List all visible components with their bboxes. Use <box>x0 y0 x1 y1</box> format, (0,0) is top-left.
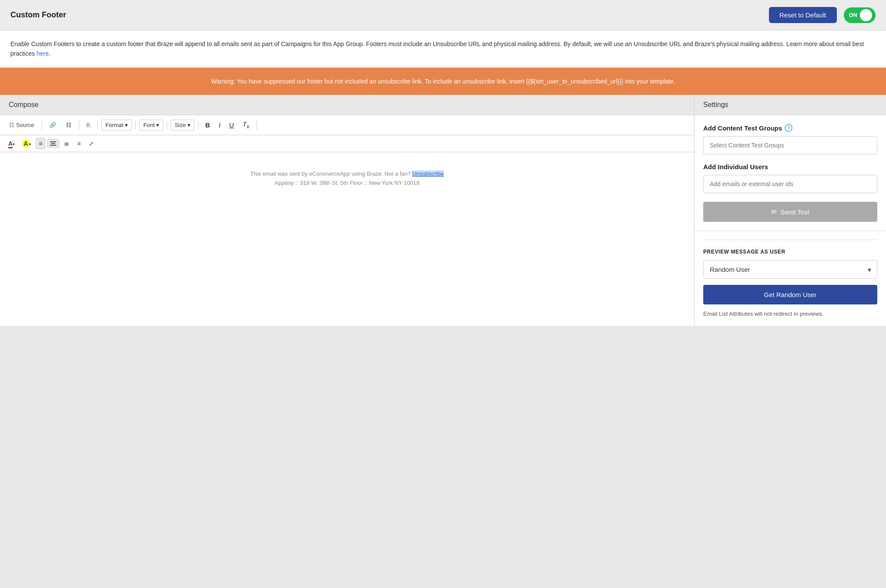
settings-divider <box>695 231 886 231</box>
unlink-button[interactable]: ⛓ <box>62 120 75 130</box>
bold-button[interactable]: B <box>202 120 214 130</box>
format-select[interactable]: Format ▾ <box>101 120 132 130</box>
toolbar-separator-2 <box>79 121 79 130</box>
font-chevron: ▾ <box>156 122 159 128</box>
preview-label: PREVIEW MESSAGE AS USER <box>703 249 877 255</box>
settings-panel: Settings Add Content Test Groups ? Add I… <box>695 95 886 326</box>
settings-content: Add Content Test Groups ? Add Individual… <box>695 115 886 326</box>
link-button[interactable]: 🔗 <box>45 120 60 130</box>
size-chevron: ▾ <box>188 122 191 128</box>
toolbar-separator-1 <box>41 121 42 130</box>
font-color-icon: A <box>8 140 13 148</box>
content-test-groups-section: Add Content Test Groups ? <box>703 124 877 154</box>
send-test-button[interactable]: ✉ Send Test <box>703 202 877 222</box>
preview-user-select[interactable]: Random User Specific User <box>703 260 877 279</box>
description-suffix: . <box>49 50 50 57</box>
toggle-label: ON <box>849 12 858 18</box>
send-test-label: Send Test <box>780 208 809 216</box>
toggle-circle <box>860 9 872 21</box>
strikethrough-button[interactable]: Tx <box>239 119 253 131</box>
format-chevron: ▾ <box>125 122 128 128</box>
image-icon: ⎘ <box>87 122 90 128</box>
editor-email-line2: Appboy :: 318 W. 39th St, 5th Floor :: N… <box>275 179 420 188</box>
fullscreen-icon: ⤢ <box>89 140 94 147</box>
toolbar-separator-4 <box>135 121 136 130</box>
align-right-icon: ≣ <box>64 140 69 147</box>
preview-note: Email List Attributes will not redirect … <box>703 311 877 317</box>
highlight-color-button[interactable]: A▾ <box>20 138 34 149</box>
custom-footer-toggle[interactable]: ON <box>844 7 876 23</box>
unsubscribe-link[interactable]: Unsubscribe <box>412 170 443 177</box>
header-actions: Reset to Default ON <box>769 7 876 23</box>
individual-users-section: Add Individual Users <box>703 163 877 193</box>
warning-banner: Warning: You have suppressed our footer … <box>0 68 886 95</box>
fullscreen-button[interactable]: ⤢ <box>86 138 97 149</box>
size-label: Size <box>175 122 185 128</box>
get-random-user-button[interactable]: Get Random User <box>703 285 877 304</box>
email-text-before-link: This email was sent by eCommerceApp usin… <box>250 170 411 177</box>
main-content: Compose ☷ Source 🔗 ⛓ ⎘ Format ▾ <box>0 95 886 326</box>
toolbar-separator-7 <box>256 121 257 130</box>
align-center-icon <box>50 141 56 146</box>
align-left-icon: ≡ <box>39 140 42 147</box>
editor-toolbar-row2: A▾ A▾ ≡ ≣ ≡ ⤢ <box>0 135 694 152</box>
editor-content[interactable]: This email was sent by eCommerceApp usin… <box>0 152 694 291</box>
align-justify-button[interactable]: ≡ <box>74 138 84 149</box>
align-right-button[interactable]: ≣ <box>61 138 72 149</box>
size-select[interactable]: Size ▾ <box>171 120 194 130</box>
individual-users-label: Add Individual Users <box>703 163 877 170</box>
reset-default-button[interactable]: Reset to Default <box>769 7 837 23</box>
underline-button[interactable]: U <box>226 120 238 130</box>
format-label: Format <box>105 122 123 128</box>
page-title: Custom Footer <box>10 10 66 20</box>
preview-section: PREVIEW MESSAGE AS USER Random User Spec… <box>703 240 877 317</box>
toolbar-separator-6 <box>198 121 198 130</box>
font-label: Font <box>143 122 154 128</box>
strikethrough-icon: Tx <box>243 120 249 128</box>
font-select[interactable]: Font ▾ <box>139 120 163 130</box>
link-icon: 🔗 <box>49 122 56 128</box>
warning-text: Warning: You have suppressed our footer … <box>211 78 675 85</box>
editor-toolbar-row1: ☷ Source 🔗 ⛓ ⎘ Format ▾ Font ▾ <box>0 115 694 135</box>
source-button[interactable]: ☷ Source <box>5 120 38 130</box>
description-text: Enable Custom Footers to create a custom… <box>10 40 864 57</box>
page-header: Custom Footer Reset to Default ON <box>0 0 886 30</box>
source-icon: ☷ <box>9 122 14 128</box>
send-test-envelope-icon: ✉ <box>771 208 777 216</box>
unlink-icon: ⛓ <box>66 122 71 128</box>
italic-button[interactable]: I <box>215 120 224 130</box>
individual-users-input[interactable] <box>703 175 877 193</box>
description-section: Enable Custom Footers to create a custom… <box>0 30 886 68</box>
align-center-button[interactable] <box>47 139 59 148</box>
content-test-groups-label: Add Content Test Groups ? <box>703 124 877 132</box>
align-justify-icon: ≡ <box>77 140 81 147</box>
source-label: Source <box>16 122 34 128</box>
settings-panel-header: Settings <box>695 95 886 115</box>
highlight-color-icon: A <box>23 140 29 147</box>
content-test-groups-help-icon[interactable]: ? <box>785 124 792 132</box>
editor-email-line1: This email was sent by eCommerceApp usin… <box>250 170 443 179</box>
image-button[interactable]: ⎘ <box>83 120 94 130</box>
compose-panel-header: Compose <box>0 95 694 115</box>
align-left-button[interactable]: ≡ <box>36 138 45 149</box>
content-test-groups-label-text: Add Content Test Groups <box>703 124 782 132</box>
toolbar-separator-5 <box>167 121 167 130</box>
content-test-groups-input[interactable] <box>703 136 877 154</box>
preview-select-wrapper: Random User Specific User <box>703 260 877 279</box>
here-link[interactable]: here <box>37 50 49 57</box>
compose-panel: Compose ☷ Source 🔗 ⛓ ⎘ Format ▾ <box>0 95 695 326</box>
font-color-button[interactable]: A▾ <box>5 138 18 149</box>
toolbar-separator-3 <box>97 121 98 130</box>
